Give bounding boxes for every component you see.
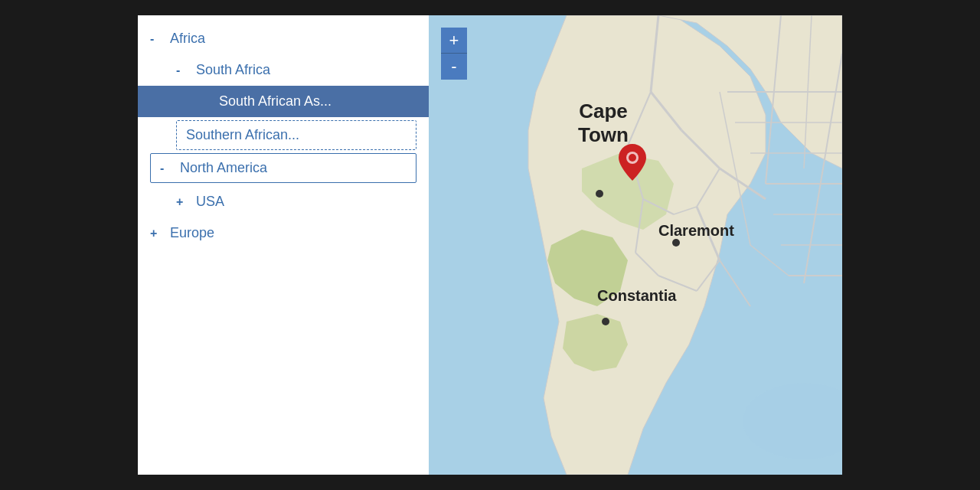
sidebar-item-southern-african[interactable]: Southern African... <box>176 120 416 150</box>
main-container: - Africa - South Africa South African As… <box>138 15 842 475</box>
sidebar-item-south-african-as[interactable]: South African As... <box>138 86 429 117</box>
label-southern-african: Southern African... <box>186 127 299 143</box>
map-svg <box>429 15 842 475</box>
sidebar-item-africa[interactable]: - Africa <box>138 23 429 54</box>
zoom-out-button[interactable]: - <box>441 54 467 80</box>
map-dot-center <box>596 190 603 198</box>
label-usa: USA <box>196 194 224 210</box>
label-north-america: North America <box>180 160 267 176</box>
zoom-in-button[interactable]: + <box>441 28 467 54</box>
map-dot-claremont <box>672 239 680 247</box>
expander-africa[interactable]: - <box>150 32 162 46</box>
label-south-africa: South Africa <box>196 62 270 78</box>
sidebar: - Africa - South Africa South African As… <box>138 15 429 475</box>
sidebar-item-usa[interactable]: + USA <box>138 186 429 217</box>
label-europe: Europe <box>170 225 214 241</box>
sidebar-item-south-africa[interactable]: - South Africa <box>138 54 429 86</box>
expander-europe[interactable]: + <box>150 227 162 240</box>
map-dot-constantia <box>602 318 609 325</box>
expander-usa[interactable]: + <box>176 195 188 209</box>
expander-north-america[interactable]: - <box>160 162 172 175</box>
zoom-controls: + - <box>441 28 467 80</box>
label-south-african-as: South African As... <box>219 93 332 109</box>
map-container: + - CapeTown Claremont Constantia <box>429 15 842 475</box>
label-africa: Africa <box>170 31 205 47</box>
sidebar-item-north-america[interactable]: - North America <box>150 153 416 183</box>
sidebar-item-europe[interactable]: + Europe <box>138 217 429 249</box>
expander-south-africa[interactable]: - <box>176 64 188 77</box>
